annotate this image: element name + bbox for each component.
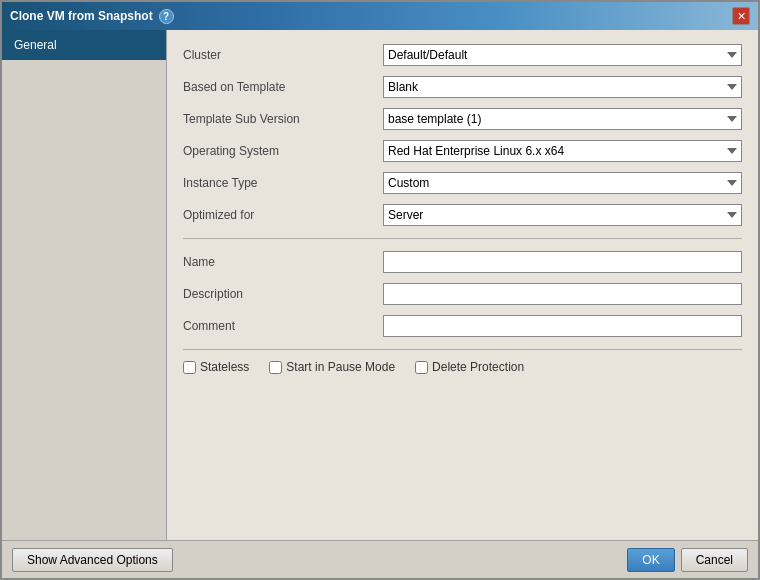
operating-system-row: Operating System Red Hat Enterprise Linu…: [183, 138, 742, 164]
name-label: Name: [183, 255, 383, 269]
instance-type-control: Custom: [383, 172, 742, 194]
ok-button[interactable]: OK: [627, 548, 674, 572]
start-pause-checkbox-item: Start in Pause Mode: [269, 360, 395, 374]
delete-protection-checkbox[interactable]: [415, 361, 428, 374]
operating-system-select[interactable]: Red Hat Enterprise Linux 6.x x64: [383, 140, 742, 162]
template-sub-version-label: Template Sub Version: [183, 112, 383, 126]
cluster-control: Default/Default: [383, 44, 742, 66]
form-section-text: Name Description Comment: [183, 249, 742, 339]
dialog-body: General Cluster Default/Default Based on…: [2, 30, 758, 540]
name-input[interactable]: [383, 251, 742, 273]
stateless-checkbox[interactable]: [183, 361, 196, 374]
footer-right: OK Cancel: [627, 548, 748, 572]
optimized-for-label: Optimized for: [183, 208, 383, 222]
start-in-pause-mode-checkbox[interactable]: [269, 361, 282, 374]
cancel-button[interactable]: Cancel: [681, 548, 748, 572]
sidebar-item-general[interactable]: General: [2, 30, 166, 60]
help-icon[interactable]: ?: [159, 9, 174, 24]
optimized-for-row: Optimized for Server: [183, 202, 742, 228]
dialog-title: Clone VM from Snapshot: [10, 9, 153, 23]
instance-type-select[interactable]: Custom: [383, 172, 742, 194]
show-advanced-button[interactable]: Show Advanced Options: [12, 548, 173, 572]
name-row: Name: [183, 249, 742, 275]
comment-row: Comment: [183, 313, 742, 339]
main-content: Cluster Default/Default Based on Templat…: [167, 30, 758, 540]
stateless-label: Stateless: [200, 360, 249, 374]
template-sub-version-control: base template (1): [383, 108, 742, 130]
sidebar: General: [2, 30, 167, 540]
delete-protection-label: Delete Protection: [432, 360, 524, 374]
footer-left: Show Advanced Options: [12, 548, 173, 572]
optimized-for-select[interactable]: Server: [383, 204, 742, 226]
dialog-clone-vm: Clone VM from Snapshot ? ✕ General Clust…: [0, 0, 760, 580]
close-button[interactable]: ✕: [732, 7, 750, 25]
form-section-dropdowns: Cluster Default/Default Based on Templat…: [183, 42, 742, 228]
delete-protection-checkbox-item: Delete Protection: [415, 360, 524, 374]
stateless-checkbox-item: Stateless: [183, 360, 249, 374]
comment-label: Comment: [183, 319, 383, 333]
based-on-template-label: Based on Template: [183, 80, 383, 94]
cluster-row: Cluster Default/Default: [183, 42, 742, 68]
divider-1: [183, 238, 742, 239]
optimized-for-control: Server: [383, 204, 742, 226]
template-sub-version-select[interactable]: base template (1): [383, 108, 742, 130]
description-input[interactable]: [383, 283, 742, 305]
comment-control: [383, 315, 742, 337]
divider-2: [183, 349, 742, 350]
dialog-footer: Show Advanced Options OK Cancel: [2, 540, 758, 578]
instance-type-row: Instance Type Custom: [183, 170, 742, 196]
cluster-select[interactable]: Default/Default: [383, 44, 742, 66]
based-on-template-row: Based on Template Blank: [183, 74, 742, 100]
checkboxes-row: Stateless Start in Pause Mode Delete Pro…: [183, 360, 742, 374]
cluster-label: Cluster: [183, 48, 383, 62]
start-pause-label: Start in Pause Mode: [286, 360, 395, 374]
description-control: [383, 283, 742, 305]
title-bar: Clone VM from Snapshot ? ✕: [2, 2, 758, 30]
title-bar-left: Clone VM from Snapshot ?: [10, 9, 174, 24]
operating-system-control: Red Hat Enterprise Linux 6.x x64: [383, 140, 742, 162]
based-on-template-control: Blank: [383, 76, 742, 98]
operating-system-label: Operating System: [183, 144, 383, 158]
sidebar-item-label: General: [14, 38, 57, 52]
instance-type-label: Instance Type: [183, 176, 383, 190]
template-sub-version-row: Template Sub Version base template (1): [183, 106, 742, 132]
name-control: [383, 251, 742, 273]
description-row: Description: [183, 281, 742, 307]
based-on-template-select[interactable]: Blank: [383, 76, 742, 98]
description-label: Description: [183, 287, 383, 301]
comment-input[interactable]: [383, 315, 742, 337]
